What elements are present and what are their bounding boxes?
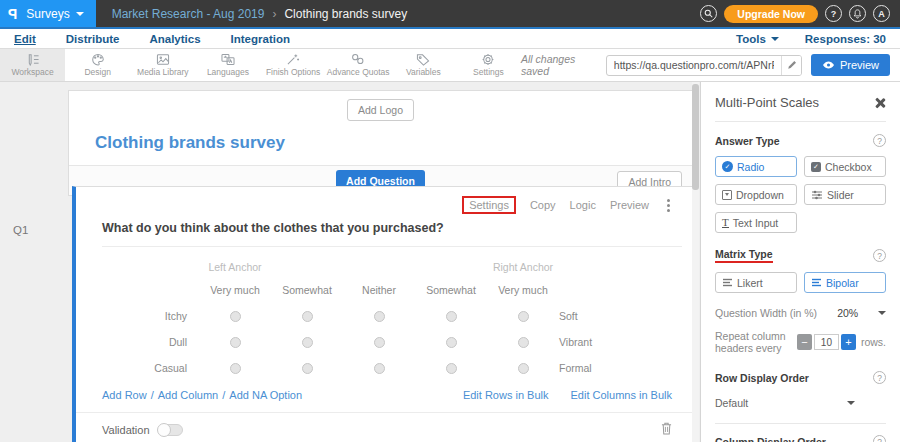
answer-type-radio[interactable]: Radio: [715, 156, 797, 177]
row-display-order-select[interactable]: Default: [715, 397, 855, 409]
answer-type-checkbox[interactable]: Checkbox: [804, 156, 886, 177]
tool-workspace[interactable]: Workspace: [0, 49, 65, 81]
answer-type-text-input[interactable]: Text Input: [715, 212, 797, 233]
question-width-value[interactable]: 20%: [837, 307, 858, 319]
matrix-cell: [271, 356, 343, 381]
preview-button[interactable]: Preview: [811, 54, 890, 76]
matrix-radio[interactable]: [230, 363, 241, 374]
question-logic-button[interactable]: Logic: [570, 199, 596, 211]
matrix-radio[interactable]: [230, 311, 241, 322]
help-icon[interactable]: [873, 371, 886, 384]
increment-button[interactable]: [841, 334, 856, 350]
matrix-radio[interactable]: [518, 363, 529, 374]
chevron-down-icon: [847, 401, 855, 405]
matrix-radio[interactable]: [518, 337, 529, 348]
matrix-column-header: Somewhat: [271, 277, 343, 303]
matrix-row-left-label[interactable]: Dull: [102, 329, 199, 355]
matrix-row-right-label[interactable]: Vibrant: [559, 336, 692, 348]
tool-settings[interactable]: Settings: [456, 49, 521, 81]
matrix-radio[interactable]: [374, 337, 385, 348]
matrix-radio[interactable]: [446, 337, 457, 348]
notifications-button[interactable]: [849, 5, 866, 22]
upgrade-now-button[interactable]: Upgrade Now: [724, 5, 818, 23]
save-status: All changes saved: [521, 53, 597, 77]
help-icon[interactable]: [873, 134, 886, 147]
matrix-radio[interactable]: [446, 311, 457, 322]
option-label: Slider: [827, 189, 854, 201]
matrix-cell: [487, 356, 559, 381]
delete-question-button[interactable]: [661, 422, 672, 438]
matrix-type-bipolar[interactable]: Bipolar: [804, 272, 886, 293]
app-switcher[interactable]: P Surveys: [0, 0, 96, 27]
scrollbar-track[interactable]: [692, 82, 699, 442]
menu-item-integration[interactable]: Integration: [231, 31, 290, 47]
matrix-radio[interactable]: [518, 311, 529, 322]
workspace-icon: [25, 53, 41, 66]
responses-count[interactable]: Responses: 30: [805, 33, 886, 45]
tool-label: Media Library: [137, 67, 189, 77]
search-button[interactable]: [700, 5, 717, 22]
question-preview-button[interactable]: Preview: [610, 199, 649, 211]
search-icon: [704, 9, 713, 18]
matrix-column-header: Somewhat: [415, 277, 487, 303]
matrix-radio[interactable]: [230, 337, 241, 348]
matrix-row-left-label[interactable]: Casual: [102, 355, 199, 381]
validation-toggle[interactable]: [158, 424, 183, 436]
repeat-headers-stepper: [797, 334, 856, 350]
matrix-radio[interactable]: [446, 363, 457, 374]
scrollbar-thumb[interactable]: [692, 84, 699, 190]
tool-media-library[interactable]: Media Library: [130, 49, 195, 81]
help-icon[interactable]: [873, 249, 886, 262]
repeat-headers-input[interactable]: [814, 334, 839, 350]
add-row-link[interactable]: Add Row: [102, 389, 147, 401]
help-button[interactable]: ?: [825, 5, 842, 22]
matrix-cell: [271, 304, 343, 329]
divider: [102, 246, 682, 247]
magic-wand-icon: [285, 53, 301, 66]
edit-url-button[interactable]: [781, 56, 801, 75]
matrix-radio[interactable]: [374, 363, 385, 374]
question-settings-button[interactable]: Settings: [462, 196, 516, 214]
image-icon: [155, 53, 171, 66]
toolbar-right: All changes saved Preview: [521, 49, 900, 81]
matrix-radio[interactable]: [302, 363, 313, 374]
survey-title[interactable]: Clothing brands survey: [69, 121, 692, 165]
matrix-cell: [343, 304, 415, 329]
menu-item-analytics[interactable]: Analytics: [149, 31, 200, 47]
tools-menu[interactable]: Tools: [736, 33, 779, 45]
matrix-radio[interactable]: [302, 337, 313, 348]
matrix-radio[interactable]: [374, 311, 385, 322]
tool-languages[interactable]: Languages: [195, 49, 260, 81]
more-options-icon[interactable]: [663, 197, 674, 214]
matrix-row-left-label[interactable]: Itchy: [102, 303, 199, 329]
close-icon[interactable]: [874, 97, 886, 109]
edit-rows-in-bulk-link[interactable]: Edit Rows in Bulk: [463, 389, 549, 401]
matrix-row-right-label[interactable]: Soft: [559, 310, 692, 322]
help-icon[interactable]: [873, 435, 886, 442]
surveys-menu[interactable]: Surveys: [26, 7, 83, 21]
matrix-radio[interactable]: [302, 311, 313, 322]
breadcrumb-parent[interactable]: Market Research - Aug 2019: [112, 7, 265, 21]
matrix-row-right-label[interactable]: Formal: [559, 362, 692, 374]
add-column-link[interactable]: Add Column: [158, 389, 219, 401]
matrix-cell: [343, 330, 415, 355]
tool-advance-quotas[interactable]: Advance Quotas: [326, 49, 391, 81]
menu-item-distribute[interactable]: Distribute: [66, 31, 120, 47]
question-copy-button[interactable]: Copy: [530, 199, 556, 211]
tool-design[interactable]: Design: [65, 49, 130, 81]
tool-finish-options[interactable]: Finish Options: [261, 49, 326, 81]
survey-url-input[interactable]: [607, 59, 782, 71]
answer-type-dropdown[interactable]: Dropdown: [715, 184, 797, 205]
question-text[interactable]: What do you think about the clothes that…: [76, 214, 692, 235]
matrix-type-likert[interactable]: Likert: [715, 272, 797, 293]
matrix-cell: [199, 330, 271, 355]
add-na-option-link[interactable]: Add NA Option: [229, 389, 302, 401]
decrement-button[interactable]: [797, 334, 812, 350]
edit-columns-in-bulk-link[interactable]: Edit Columns in Bulk: [571, 389, 673, 401]
tool-variables[interactable]: Variables: [391, 49, 456, 81]
chevron-down-icon[interactable]: [878, 311, 886, 315]
avatar[interactable]: A: [873, 5, 890, 22]
menu-item-edit[interactable]: Edit: [14, 31, 36, 47]
answer-type-slider[interactable]: Slider: [804, 184, 886, 205]
add-logo-button[interactable]: Add Logo: [347, 99, 414, 121]
